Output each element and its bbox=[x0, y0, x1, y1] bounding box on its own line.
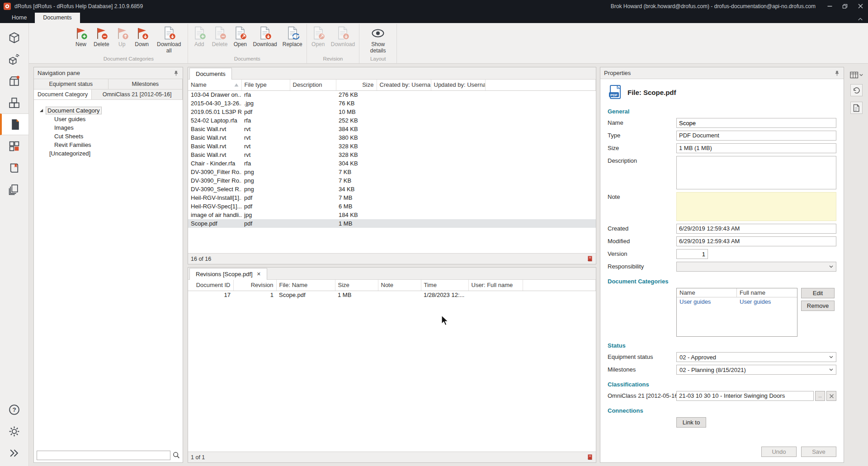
document-row-103-04-drawer-on[interactable]: 103-04 Drawer on...rfa276 KB bbox=[188, 90, 596, 99]
remove-button[interactable]: Remove bbox=[801, 301, 835, 311]
tree-item-revit-families[interactable]: Revit Families bbox=[34, 141, 183, 149]
tab-omniclass[interactable]: OmniClass 21 [2012-05-16] bbox=[92, 89, 183, 99]
sidebar-item-documents[interactable] bbox=[0, 113, 28, 135]
document-row-basic-wall-rvt[interactable]: Basic Wall.rvtrvt328 KB bbox=[188, 151, 596, 159]
document-row-basic-wall-rvt[interactable]: Basic Wall.rvtrvt328 KB bbox=[188, 142, 596, 151]
undo-button[interactable]: Undo bbox=[761, 447, 797, 457]
document-row-524-02-laptop-rfa[interactable]: 524-02 Laptop.rfarfa252 KB bbox=[188, 116, 596, 125]
omniclass-clear-button[interactable] bbox=[826, 391, 836, 401]
document-row-basic-wall-rvt[interactable]: Basic Wall.rvtrvt384 KB bbox=[188, 125, 596, 133]
column-header-size[interactable]: Size bbox=[336, 80, 377, 90]
ribbon-button-documents-add[interactable]: Add bbox=[189, 24, 209, 49]
tree-item-user-guides[interactable]: User guides bbox=[34, 115, 183, 123]
description-field[interactable] bbox=[676, 156, 836, 189]
ribbon-button-documents-replace[interactable]: Replace bbox=[280, 24, 305, 49]
history-button[interactable] bbox=[850, 84, 863, 96]
tree-item-uncategorized[interactable]: [Uncategorized] bbox=[34, 149, 183, 158]
restore-button[interactable] bbox=[837, 0, 853, 12]
document-row-chair-kinder-rfa[interactable]: Chair - Kinder.rfarfa304 KB bbox=[188, 159, 596, 168]
tab-document-category[interactable]: Document Category bbox=[34, 89, 92, 99]
document-row-heil-rgv-install-1[interactable]: Heil-RGV-Install[1]...pdf7 MB bbox=[188, 193, 596, 202]
name-input[interactable] bbox=[676, 118, 836, 128]
document-row-basic-wall-rvt[interactable]: Basic Wall.rvtrvt380 KB bbox=[188, 133, 596, 142]
document-log-button[interactable] bbox=[850, 102, 863, 114]
milestones-select[interactable]: 02 - Planning (8/15/2021) bbox=[676, 365, 836, 375]
version-input[interactable] bbox=[676, 249, 708, 259]
ribbon-button-documents-download[interactable]: Download bbox=[250, 24, 279, 49]
column-header-file-type[interactable]: File type bbox=[241, 80, 290, 90]
document-row-dv-3090-filter-ro[interactable]: DV-3090_Filter Ro...png7 KB bbox=[188, 168, 596, 176]
column-header-note[interactable]: Note bbox=[378, 280, 421, 291]
link-to-button[interactable]: Link to bbox=[676, 417, 706, 428]
tree-item-document-category[interactable]: Document Category bbox=[34, 106, 183, 115]
sidebar-item-settings[interactable] bbox=[8, 425, 20, 439]
document-row-2015-04-30-13-26[interactable]: 2015-04-30_13-26....jpg76 KB bbox=[188, 99, 596, 108]
tab-milestones[interactable]: Milestones bbox=[108, 79, 183, 89]
ribbon-button-document-categories-delete[interactable]: Delete bbox=[91, 24, 112, 49]
column-header-created-by-userna[interactable]: Created by: Userna... bbox=[377, 80, 431, 90]
tree-item-images[interactable]: Images bbox=[34, 123, 183, 132]
column-header-time[interactable]: Time bbox=[421, 280, 468, 291]
rooms-icon bbox=[8, 32, 20, 44]
sidebar-item-rooms[interactable] bbox=[0, 27, 28, 48]
omniclass-field[interactable]: 21-03 10 30 10 - Interior Swinging Doors bbox=[676, 391, 814, 401]
sidebar-item-expand[interactable] bbox=[8, 447, 20, 461]
omniclass-browse-button[interactable]: ... bbox=[815, 391, 825, 401]
column-header-description[interactable]: Description bbox=[290, 80, 336, 90]
document-row-scope-pdf[interactable]: Scope.pdfpdf1 MB bbox=[188, 219, 596, 228]
sidebar-item-systems[interactable] bbox=[0, 135, 28, 157]
save-button[interactable]: Save bbox=[801, 447, 836, 457]
edit-button[interactable]: Edit bbox=[801, 288, 835, 298]
sidebar-item-reports[interactable] bbox=[0, 157, 28, 179]
revision-row[interactable]: 171Scope.pdf1 MB1/28/2023 12:... bbox=[188, 291, 596, 299]
sidebar-item-products[interactable] bbox=[0, 92, 28, 113]
tree-item-cut-sheets[interactable]: Cut Sheets bbox=[34, 132, 183, 141]
ribbon-button-documents-delete[interactable]: Delete bbox=[209, 24, 231, 49]
column-header-document-id[interactable]: Document ID bbox=[188, 280, 233, 291]
sidebar-item-room-data[interactable] bbox=[0, 48, 28, 70]
document-row-heil-rgv-spec-1[interactable]: Heil-RGV-Spec[1]...pdf6 MB bbox=[188, 202, 596, 211]
responsibility-select[interactable] bbox=[676, 262, 836, 272]
search-icon[interactable] bbox=[173, 452, 180, 459]
tab-documents[interactable]: Documents bbox=[35, 13, 80, 23]
note-field[interactable] bbox=[676, 192, 836, 221]
add-icon bbox=[192, 26, 207, 40]
ribbon-button-revision-download[interactable]: Download bbox=[328, 24, 358, 49]
column-header-user-full-name[interactable]: User: Full name bbox=[468, 280, 523, 291]
ribbon-button-document-categories-down[interactable]: Down bbox=[132, 24, 152, 49]
ribbon-button-layout-show-details[interactable]: Show details bbox=[361, 24, 395, 55]
ribbon-button-revision-open[interactable]: Open bbox=[308, 24, 328, 49]
column-header-revision[interactable]: Revision bbox=[233, 280, 276, 291]
pin-icon[interactable] bbox=[834, 70, 840, 76]
minimize-button[interactable] bbox=[822, 0, 837, 12]
sidebar-item-logs[interactable] bbox=[0, 179, 28, 200]
tab-revisions[interactable]: Revisions [Scope.pdf] ✕ bbox=[189, 268, 267, 280]
equipment-status-select[interactable]: 02 - Approved bbox=[676, 352, 836, 362]
ribbon-button-documents-open[interactable]: Open bbox=[230, 24, 250, 49]
tab-home[interactable]: Home bbox=[4, 13, 35, 23]
column-header-updated-by-userna[interactable]: Updated by: Userna... bbox=[431, 80, 485, 90]
ribbon-button-document-categories-download-all[interactable]: Download all bbox=[152, 24, 186, 55]
category-row-user-guides[interactable]: User guidesUser guides bbox=[677, 297, 797, 306]
layout-selector-button[interactable] bbox=[850, 71, 863, 79]
tab-documents-list[interactable]: Documents bbox=[189, 68, 232, 80]
expander-icon[interactable] bbox=[39, 108, 43, 113]
column-header-file-name[interactable]: File: Name bbox=[276, 280, 335, 291]
pin-icon[interactable] bbox=[173, 70, 179, 76]
ribbon-button-document-categories-up[interactable]: Up bbox=[112, 24, 132, 49]
column-header-size[interactable]: Size bbox=[335, 280, 378, 291]
search-input[interactable] bbox=[37, 451, 170, 460]
tab-equipment-status[interactable]: Equipment status bbox=[34, 79, 108, 89]
ribbon-collapse-icon[interactable] bbox=[853, 17, 868, 23]
sidebar-item-items[interactable] bbox=[0, 70, 28, 92]
document-row-2019-05-01-ls3p-r[interactable]: 2019.05.01 LS3P R...pdf10 MB bbox=[188, 108, 596, 116]
note-label: Note bbox=[608, 192, 676, 200]
ribbon-button-document-categories-new[interactable]: New bbox=[71, 24, 91, 49]
document-row-dv-3090-select-r[interactable]: DV-3090_Select R...png34 KB bbox=[188, 185, 596, 193]
close-button[interactable] bbox=[853, 0, 868, 12]
column-header-name[interactable]: Name bbox=[188, 80, 241, 90]
document-row-image-of-air-handli[interactable]: image of air handli...jpg184 KB bbox=[188, 211, 596, 219]
close-tab-icon[interactable]: ✕ bbox=[257, 271, 261, 277]
sidebar-item-help[interactable]: ? bbox=[8, 404, 20, 417]
document-row-dv-3090-filter-ro[interactable]: DV-3090_Filter Ro...png7 KB bbox=[188, 176, 596, 185]
